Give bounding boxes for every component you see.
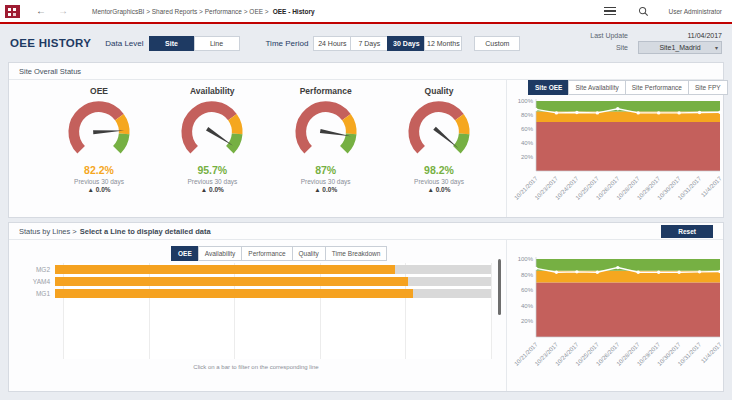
time-period-12-months-button[interactable]: 12 Months <box>424 36 462 51</box>
site-dropdown-value: Site1_Madrid <box>659 44 700 51</box>
panel-divider <box>506 240 507 391</box>
site-overall-status-header: Site Overall Status <box>9 63 723 80</box>
gauge-availability: Availability 95.7% Previous 30 days ▲ 0.… <box>162 86 262 193</box>
panel-divider <box>506 80 507 217</box>
gauge-delta: ▲ 0.0% <box>49 186 149 193</box>
site-label: Site <box>616 44 628 51</box>
data-level-toggle: Site Line <box>149 36 240 51</box>
site-trend-tabs: Site OEE Site Availability Site Performa… <box>528 80 722 95</box>
data-level-label: Data Level <box>105 39 143 48</box>
dropdown-caret-icon: ▾ <box>715 44 718 51</box>
custom-period-button[interactable]: Custom <box>474 36 520 51</box>
svg-text:20%: 20% <box>521 154 534 160</box>
header-right: Last Update 11/04/2017 Site Site1_Madrid… <box>590 30 722 56</box>
svg-text:80%: 80% <box>521 112 534 118</box>
bar-row: MG2 <box>21 263 491 275</box>
status-by-lines-subtitle: Select a Line to display detailed data <box>80 227 211 236</box>
data-level-site-button[interactable]: Site <box>149 36 195 51</box>
gauge-delta: ▲ 0.0% <box>162 186 262 193</box>
status-by-lines-title: Status by Lines > <box>19 227 77 236</box>
logo-grid-icon <box>8 8 11 11</box>
line-bar-yam4[interactable] <box>55 277 491 286</box>
grid-line <box>491 263 492 359</box>
gauge-footnote: Previous 30 days <box>162 178 262 185</box>
line-bar-mg2[interactable] <box>55 265 491 274</box>
gauge-delta: ▲ 0.0% <box>276 186 376 193</box>
site-dropdown[interactable]: Site1_Madrid ▾ <box>638 41 722 54</box>
tab-performance[interactable]: Performance <box>241 246 292 261</box>
back-arrow-icon[interactable]: ← <box>36 6 46 16</box>
breadcrumb[interactable]: MentorGraphicsBI > Shared Reports > Perf… <box>92 8 269 15</box>
time-period-30-days-button[interactable]: 30 Days <box>387 36 425 51</box>
tab-site-oee[interactable]: Site OEE <box>528 80 569 95</box>
svg-text:60%: 60% <box>521 126 534 132</box>
tab-site-availability[interactable]: Site Availability <box>568 80 625 95</box>
svg-text:11/4/2017: 11/4/2017 <box>700 175 723 198</box>
page-header: OEE HISTORY Data Level Site Line Time Pe… <box>0 24 732 62</box>
lines-bar-chart: MG2YAM4MG1 <box>21 263 491 299</box>
tab-availability[interactable]: Availability <box>198 246 243 261</box>
bars-scrollbar[interactable] <box>498 259 501 315</box>
site-overall-status-title: Site Overall Status <box>19 67 81 76</box>
svg-text:40%: 40% <box>521 140 534 146</box>
page-title: OEE HISTORY <box>10 37 91 49</box>
bar-fill <box>55 289 413 298</box>
svg-text:60%: 60% <box>521 287 534 293</box>
line-trend-area: 20%40%60%80%100%10/21/201710/23/201710/2… <box>514 251 722 391</box>
site-trend-area: Site OEE Site Availability Site Performa… <box>514 80 722 219</box>
gauge-oee: OEE 82.2% Previous 30 days ▲ 0.0% <box>49 86 149 193</box>
time-period-24-hours-button[interactable]: 24 Hours <box>313 36 351 51</box>
line-oee-trend-chart: 20%40%60%80%100%10/21/201710/23/201710/2… <box>514 253 724 391</box>
gauges-row: OEE 82.2% Previous 30 days ▲ 0.0% Availa… <box>49 86 489 193</box>
data-level-line-button[interactable]: Line <box>194 36 240 51</box>
gauge-title: Quality <box>389 86 489 96</box>
svg-text:20%: 20% <box>521 318 534 324</box>
gauge-footnote: Previous 30 days <box>389 178 489 185</box>
gauge-dial <box>276 97 376 167</box>
line-metric-tabs: OEE Availability Performance Quality Tim… <box>171 246 387 261</box>
search-icon[interactable] <box>638 6 649 17</box>
tab-time-breakdown[interactable]: Time Breakdown <box>325 246 388 261</box>
bar-label: MG2 <box>21 266 55 273</box>
hamburger-menu-icon[interactable] <box>604 5 616 18</box>
forward-arrow-icon[interactable]: → <box>58 6 68 16</box>
gauge-dial <box>49 97 149 167</box>
status-by-lines-header: Status by Lines > Select a Line to displ… <box>9 223 723 240</box>
topbar: ← → MentorGraphicsBI > Shared Reports > … <box>0 0 732 24</box>
tab-quality[interactable]: Quality <box>292 246 326 261</box>
svg-text:40%: 40% <box>521 303 534 309</box>
svg-text:11/4/2017: 11/4/2017 <box>700 341 723 364</box>
panel-site-overall-status: Site Overall Status OEE 82.2% Previous 3… <box>8 62 724 218</box>
gauge-footnote: Previous 30 days <box>49 178 149 185</box>
site-oee-trend-chart: 20%40%60%80%100%10/21/201710/23/201710/2… <box>514 97 724 219</box>
gauge-quality: Quality 98.2% Previous 30 days ▲ 0.0% <box>389 86 489 193</box>
tab-site-fpy[interactable]: Site FPY <box>688 80 728 95</box>
last-update-label: Last Update <box>590 32 628 39</box>
bar-fill <box>55 277 408 286</box>
gauge-delta: ▲ 0.0% <box>389 186 489 193</box>
mentor-logo <box>5 5 20 18</box>
time-period-label: Time Period <box>266 39 309 48</box>
breadcrumb-current: OEE - History <box>273 8 315 15</box>
tab-oee[interactable]: OEE <box>171 246 199 261</box>
bar-row: MG1 <box>21 287 491 299</box>
gauge-performance: Performance 87% Previous 30 days ▲ 0.0% <box>276 86 376 193</box>
svg-text:100%: 100% <box>518 256 534 262</box>
time-period-7-days-button[interactable]: 7 Days <box>350 36 388 51</box>
gauge-title: Availability <box>162 86 262 96</box>
tab-site-performance[interactable]: Site Performance <box>625 80 689 95</box>
gauge-footnote: Previous 30 days <box>276 178 376 185</box>
line-bar-mg1[interactable] <box>55 289 491 298</box>
gauge-dial <box>389 97 489 167</box>
bar-label: YAM4 <box>21 278 55 285</box>
gauge-title: OEE <box>49 86 149 96</box>
user-menu[interactable]: User Administrator <box>669 8 722 15</box>
time-period-group: 24 Hours 7 Days 30 Days 12 Months <box>313 36 462 51</box>
svg-text:80%: 80% <box>521 272 534 278</box>
bar-fill <box>55 265 395 274</box>
panel-status-by-lines: Status by Lines > Select a Line to displ… <box>8 222 724 392</box>
svg-text:100%: 100% <box>518 98 534 104</box>
bars-caption: Click on a bar to filter on the correspo… <box>21 364 491 370</box>
gauge-dial <box>162 97 262 167</box>
reset-button[interactable]: Reset <box>661 225 713 238</box>
